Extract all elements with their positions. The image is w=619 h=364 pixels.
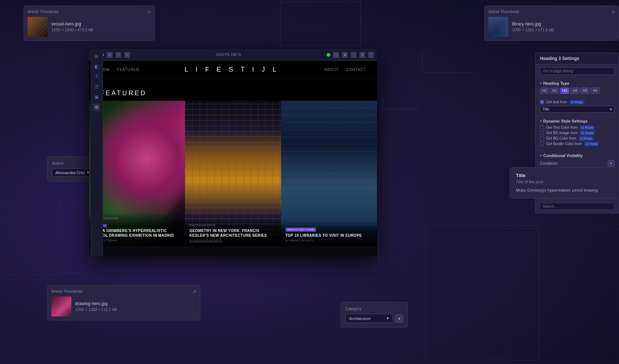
thumb-library [488,17,508,37]
external-link-icon-2[interactable]: ↗ [611,9,615,15]
toolbar-icon-publish[interactable]: ↑ [351,52,356,58]
article-thumbnail-panel-3: Article Thumbnail drawing-hero.jpg 1000 … [47,285,200,320]
settings-linking-field [536,64,619,78]
settings-heading-type: Heading Type H1 H2 H3 H4 H5 H6 [536,78,619,97]
library-meta: 1000 × 1301 • 171.5 kB [512,28,615,32]
heading-h3-btn[interactable]: H3 [560,88,569,94]
sidebar-icon-list[interactable]: ☰ [93,83,100,91]
article-card-architecture[interactable]: ARCHITECTURE TOP 10 LIBRARIES TO VISIT I… [281,101,377,246]
search-input[interactable] [540,203,614,210]
sidebar-icon-text[interactable]: T [93,73,100,80]
category-panel: Category Architecture ▾ + [340,302,408,328]
category-select-row: Architecture ▾ + [345,314,403,323]
article-category-3: ARCHITECTURE [285,228,316,232]
category-label: Category [345,307,403,311]
title-tooltip-panel: Title Title of the post Muka Grimberg's … [510,167,619,199]
article-card-illustration[interactable]: ILLUSTRATION H3 Title MUKA GRIMBERG'S HY… [89,101,185,246]
nav-featured[interactable]: FEATURED [117,68,139,72]
external-link-icon-3[interactable]: ↗ [192,289,196,295]
site-logo: L I F E S T I J L [185,66,279,73]
text-source-value: Title [543,107,549,111]
nav-links-left: NEW FEATURED [100,68,139,72]
toolbar-icon-eye[interactable]: ◉ [342,52,348,58]
featured-label: FEATURED [100,89,147,97]
text-source-select[interactable]: Title ▾ [540,106,614,113]
conditions-add-btn[interactable]: + [608,160,614,167]
article-author-1: BY BETA TORPHY [94,239,181,242]
library-filename: library-hero.jpg [512,21,615,27]
article-category-2: PHOTOGRAPHY [189,224,276,227]
toolbar-icon-2[interactable]: ↺ [115,52,121,58]
dynamic-bg-color-checkbox[interactable] [540,136,544,140]
author-dropdown[interactable]: Alessandra Ortiz ▾ [52,168,92,177]
settings-search [536,199,619,213]
article-overlay-2: PHOTOGRAPHY GEOMETRY IN NEW YORK: FRANCI… [185,219,281,246]
sidebar-icon-settings[interactable]: ⚙ [93,104,100,111]
website-hero: FEATURED [89,79,377,101]
article-thumbnail-panel-1: Article Thumbnail vessel-hero.jpg 1000 ×… [24,5,155,41]
posts-badge-text: ⊡ Posts [569,100,584,104]
toolbar-icon-1[interactable]: ⊞ [107,52,113,58]
dynamic-border-color-checkbox[interactable] [540,142,544,146]
toolbar-icon-code[interactable]: { } [333,52,339,58]
toolbar-icon-gear[interactable]: ⚙ [359,52,365,58]
dynamic-style-label: Dynamic Style Settings [540,119,614,123]
panel-title-3: Article Thumbnail [51,289,196,293]
posts-badge-tc: ⊡ Posts [580,125,595,130]
get-text-row: Get text from ⊡ Posts [540,100,614,104]
dynamic-border-color-row: Get Border Color from ⊡ Posts [540,142,614,146]
heading-h6-btn[interactable]: H6 [591,88,600,94]
heading-h4-btn[interactable]: H4 [570,88,579,94]
tooltip-subtitle: Title of the post [516,180,613,184]
heading-h2-btn[interactable]: H2 [550,88,559,94]
nav-links-right: ABOUT CONTACT [324,68,366,72]
sidebar-icon-grid[interactable]: ⊞ [93,53,100,60]
website-nav: NEW FEATURED L I F E S T I J L ABOUT CON… [89,61,377,79]
tooltip-title: Title [516,173,613,178]
thumb-vessel [28,17,48,37]
website-content: NEW FEATURED L I F E S T I J L ABOUT CON… [89,61,377,246]
category-chevron: ▾ [387,316,389,321]
dynamic-bg-image-checkbox[interactable] [540,131,544,135]
article-card-photography[interactable]: PHOTOGRAPHY GEOMETRY IN NEW YORK: FRANCI… [185,101,281,246]
vessel-meta: 1000 × 1500 • 473.2 kB [51,28,151,32]
heading-type-grid: H1 H2 H3 H4 H5 H6 [540,88,614,94]
settings-dynamic-style: Dynamic Style Settings Get Text Color fr… [536,116,619,151]
nav-about[interactable]: ABOUT [324,68,339,72]
article-author-2: BY ALESSANDRA ORTIZ. [189,239,276,242]
nav-contact[interactable]: CONTACT [346,68,366,72]
panel-title-2: Article Thumbnail [488,9,615,14]
toolbar-icon-3[interactable]: ⊡ [124,52,130,58]
dynamic-bg-color-label: Get BG Color from ⊡ Posts [546,136,594,140]
get-text-checkbox[interactable] [540,100,544,104]
article-overlay-3: ARCHITECTURE TOP 10 LIBRARIES TO VISIT I… [281,221,377,246]
posts-badge-boc: ⊡ Posts [584,142,599,146]
drawing-meta: 1000 × 1382 • 112.2 kB [75,307,196,312]
external-link-icon-1[interactable]: ↗ [147,9,151,15]
conditions-text: Conditions: [540,161,558,165]
linking-input[interactable] [540,67,614,75]
settings-title: Heading 3 Settings [536,53,619,64]
articles-grid: ILLUSTRATION H3 Title MUKA GRIMBERG'S HY… [89,101,377,246]
heading-h1-btn[interactable]: H1 [540,88,549,94]
dynamic-bg-image-label: Get BG Image from ⊡ Posts [546,131,595,135]
toolbar-url: 1420 PX 100 % [133,53,324,57]
toolbar-icon-more[interactable]: ⋯ [368,52,374,58]
posts-badge-bc: ⊡ Posts [579,136,594,141]
heading-h5-btn[interactable]: H5 [580,88,590,94]
sidebar-icon-layers[interactable]: ◧ [93,63,100,70]
category-dropdown[interactable]: Architecture ▾ [345,314,393,323]
sidebar: ⊞ ◧ T ☰ ▣ ⚙ [90,49,103,256]
settings-get-text: Get text from ⊡ Posts Title ▾ [536,97,619,116]
article-category-1: ILLUSTRATION [94,217,181,220]
category-add-button[interactable]: + [395,315,403,323]
dynamic-bg-image-row: Get BG Image from ⊡ Posts [540,131,614,135]
article-title-2: GEOMETRY IN NEW YORK: FRANCIS KESLER'S N… [189,228,276,238]
sidebar-icon-image[interactable]: ▣ [93,93,100,101]
article-title-3: TOP 10 LIBRARIES TO VISIT IN EUROPE [285,233,372,238]
dynamic-text-color-checkbox[interactable] [540,125,544,129]
article-author-3: BY ANNIE LUEILWITZ [285,239,372,242]
category-value: Architecture [349,316,371,321]
conditional-label: Conditional Visibility [540,153,614,158]
article-thumbnail-panel-2: Article Thumbnail library-hero.jpg 1000 … [484,5,619,41]
